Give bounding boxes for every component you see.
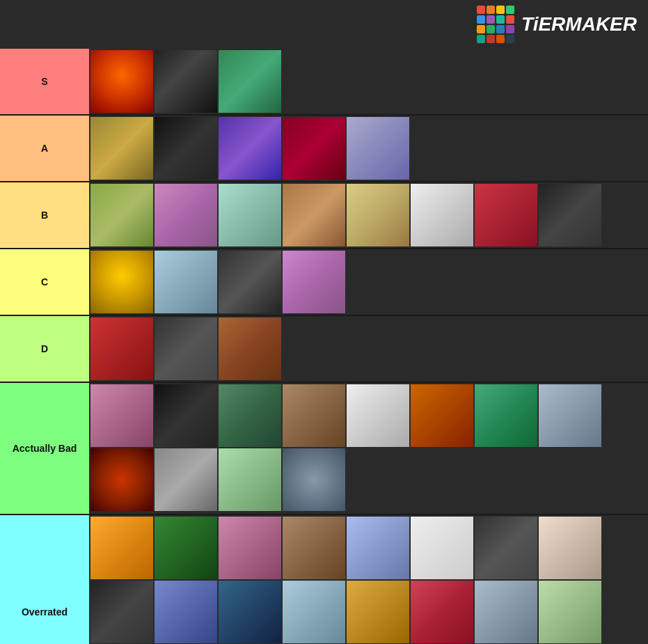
tier-items-a <box>89 116 648 181</box>
list-item <box>90 517 153 579</box>
list-item <box>155 184 217 246</box>
list-item <box>219 251 281 313</box>
list-item <box>283 448 345 511</box>
tiermaker-logo: TiERMAKER <box>477 6 637 43</box>
list-item <box>90 317 153 380</box>
list-item <box>347 517 409 579</box>
logo-grid-icon <box>477 6 514 43</box>
tier-row-overrated: Overrated <box>0 515 648 644</box>
list-item <box>539 184 601 246</box>
list-item <box>90 448 153 511</box>
list-item <box>155 117 217 180</box>
tier-row-b: B <box>0 182 648 249</box>
tier-row-bad: Acctually Bad <box>0 383 648 515</box>
tier-label-c: C <box>0 249 89 315</box>
list-item <box>539 581 601 643</box>
list-item <box>411 517 473 579</box>
tier-items-s <box>89 49 648 114</box>
list-item <box>90 251 153 313</box>
list-item <box>155 448 217 511</box>
list-item <box>475 184 537 246</box>
list-item <box>155 581 217 643</box>
tier-label-a: A <box>0 116 89 181</box>
list-item <box>283 117 345 180</box>
list-item <box>90 384 153 447</box>
tier-items-bad <box>89 383 648 514</box>
tier-label-bad: Acctually Bad <box>0 383 89 514</box>
list-item <box>219 117 281 180</box>
tier-items-d <box>89 316 648 382</box>
list-item <box>475 517 537 579</box>
list-item <box>90 117 153 180</box>
list-item <box>283 184 345 246</box>
list-item <box>219 581 281 643</box>
list-item <box>475 384 537 447</box>
logo-title: TiERMAKER <box>521 13 637 36</box>
list-item <box>539 384 601 447</box>
list-item <box>411 384 473 447</box>
list-item <box>155 517 217 579</box>
tier-list: S A B <box>0 49 648 644</box>
list-item <box>90 581 153 643</box>
tier-items-overrated <box>89 515 648 644</box>
list-item <box>283 581 345 643</box>
list-item <box>283 384 345 447</box>
list-item <box>155 251 217 313</box>
list-item <box>155 384 217 447</box>
tier-row-s: S <box>0 49 648 116</box>
list-item <box>90 50 153 113</box>
list-item <box>475 581 537 643</box>
tier-label-overrated: Overrated <box>0 515 89 644</box>
list-item <box>283 517 345 579</box>
list-item <box>411 581 473 643</box>
tier-items-b <box>89 182 648 248</box>
list-item <box>219 517 281 579</box>
tier-row-a: A <box>0 116 648 182</box>
tier-label-b: B <box>0 182 89 248</box>
list-item <box>90 184 153 246</box>
list-item <box>219 50 281 113</box>
list-item <box>219 448 281 511</box>
header: TiERMAKER <box>0 0 648 49</box>
tier-items-c <box>89 249 648 315</box>
list-item <box>347 117 409 180</box>
tier-label-d: D <box>0 316 89 382</box>
tier-row-c: C <box>0 249 648 316</box>
list-item <box>219 184 281 246</box>
list-item <box>347 384 409 447</box>
list-item <box>155 317 217 380</box>
list-item <box>155 50 217 113</box>
list-item <box>411 184 473 246</box>
list-item <box>347 581 409 643</box>
tier-label-s: S <box>0 49 89 114</box>
list-item <box>219 317 281 380</box>
list-item <box>219 384 281 447</box>
tier-row-d: D <box>0 316 648 383</box>
list-item <box>283 251 345 313</box>
list-item <box>539 517 601 579</box>
list-item <box>347 184 409 246</box>
